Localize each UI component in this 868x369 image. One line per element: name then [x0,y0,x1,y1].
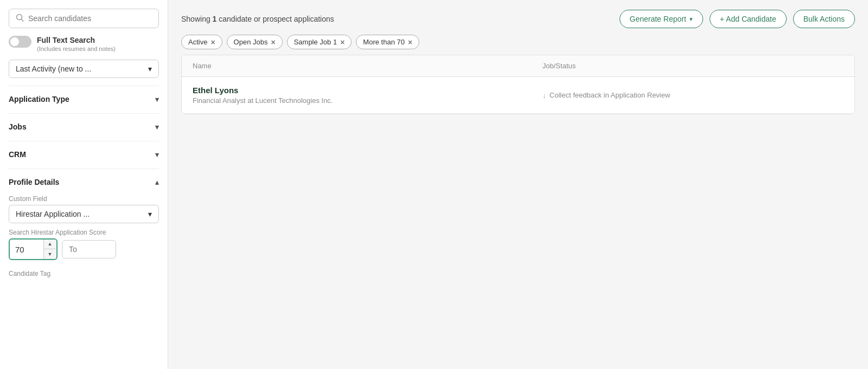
generate-report-label: Generate Report [630,15,686,23]
search-icon [16,14,24,23]
full-text-toggle[interactable] [9,36,31,48]
score-group: Search Hirestar Application Score ▲ ▼ [9,229,159,260]
chip-active-label: Active [188,38,207,46]
main-header: Showing 1 candidate or prospect applicat… [168,0,868,35]
score-from-input[interactable] [10,241,43,258]
jobs-label: Jobs [9,122,27,131]
application-type-section: Application Type ▾ [9,86,159,106]
sidebar: Full Text Search (Includes resumes and n… [0,0,168,369]
candidate-name: Ethel Lyons [193,86,521,95]
candidate-status-cell: ↓ Collect feedback in Application Review [532,77,854,114]
chevron-down-icon: ▾ [148,64,152,73]
generate-report-button[interactable]: Generate Report ▾ [620,10,703,28]
chip-more-than-70: More than 70 × [356,35,419,49]
custom-field-label: Custom Field [9,195,159,203]
table-row[interactable]: Ethel Lyons Financial Analyst at Lucent … [182,77,854,114]
score-from-wrap: ▲ ▼ [9,238,58,260]
crm-chevron: ▾ [155,151,159,159]
col-name-header: Name [182,55,532,77]
add-candidate-label: + Add Candidate [720,15,776,23]
chip-sample-job-label: Sample Job 1 [294,38,337,46]
profile-details-content: Custom Field Hirestar Application ... ▾ … [9,195,159,277]
custom-field-value: Hirestar Application ... [16,210,90,218]
score-spinners: ▲ ▼ [43,239,56,259]
chip-active: Active × [181,35,222,49]
candidate-name-cell: Ethel Lyons Financial Analyst at Lucent … [182,77,532,114]
profile-details-chevron: ▴ [155,178,159,186]
full-text-row: Full Text Search (Includes resumes and n… [9,36,159,52]
jobs-section: Jobs ▾ [9,113,159,133]
search-box[interactable] [9,9,159,28]
profile-details-section: Profile Details ▴ Custom Field Hirestar … [9,169,159,277]
table-area: Name Job/Status Ethel Lyons Financial An… [168,55,868,369]
chip-sample-job: Sample Job 1 × [287,35,352,49]
chip-active-close[interactable]: × [210,38,215,46]
crm-label: CRM [9,150,26,159]
custom-field-group: Custom Field Hirestar Application ... ▾ [9,195,159,223]
chip-open-jobs-close[interactable]: × [271,38,275,46]
chip-sample-job-close[interactable]: × [340,38,344,46]
profile-details-label: Profile Details [9,178,59,186]
score-label: Search Hirestar Application Score [9,229,159,236]
candidate-title: Financial Analyst at Lucent Technologies… [193,96,521,105]
chip-more-than-70-label: More than 70 [363,38,405,46]
full-text-label: Full Text Search [37,36,116,44]
chip-open-jobs: Open Jobs × [227,35,283,49]
application-type-chevron: ▾ [155,95,159,103]
jobs-header[interactable]: Jobs ▾ [9,120,159,133]
crm-section: CRM ▾ [9,141,159,161]
bulk-actions-button[interactable]: Bulk Actions [793,10,855,28]
table-header-row: Name Job/Status [182,55,854,77]
col-status-header: Job/Status [532,55,854,77]
full-text-sublabel: (Includes resumes and notes) [37,46,116,52]
generate-report-chevron: ▾ [690,16,693,23]
chip-more-than-70-close[interactable]: × [408,38,412,46]
candidate-tag-label: Candidate Tag [9,270,159,277]
score-increment-button[interactable]: ▲ [44,239,56,249]
showing-suffix: candidate or prospect applications [216,15,334,23]
toggle-slider [9,36,31,48]
chip-open-jobs-label: Open Jobs [234,38,268,46]
custom-field-chevron: ▾ [148,210,152,218]
full-text-labels: Full Text Search (Includes resumes and n… [37,36,116,52]
search-input[interactable] [28,14,152,23]
score-to-input[interactable] [62,240,116,258]
showing-prefix: Showing [181,15,213,23]
sort-dropdown[interactable]: Last Activity (new to ... ▾ [9,60,159,78]
score-row: ▲ ▼ [9,238,159,260]
jobs-chevron: ▾ [155,123,159,131]
showing-text: Showing 1 candidate or prospect applicat… [181,15,334,23]
custom-field-dropdown[interactable]: Hirestar Application ... ▾ [9,205,159,223]
crm-header[interactable]: CRM ▾ [9,148,159,161]
profile-details-header[interactable]: Profile Details ▴ [9,176,159,189]
application-type-label: Application Type [9,95,69,103]
candidates-table: Name Job/Status Ethel Lyons Financial An… [181,55,855,114]
sort-label: Last Activity (new to ... [16,64,91,73]
arrow-down-icon: ↓ [542,91,546,100]
svg-line-1 [22,20,24,22]
status-text: Collect feedback in Application Review [550,91,671,99]
application-type-header[interactable]: Application Type ▾ [9,93,159,106]
score-decrement-button[interactable]: ▼ [44,249,56,259]
main-content: Showing 1 candidate or prospect applicat… [168,0,868,369]
job-status: ↓ Collect feedback in Application Review [542,91,844,100]
bulk-actions-label: Bulk Actions [803,15,845,23]
header-buttons: Generate Report ▾ + Add Candidate Bulk A… [620,10,855,28]
filter-chips: Active × Open Jobs × Sample Job 1 × More… [168,35,868,55]
add-candidate-button[interactable]: + Add Candidate [710,10,787,28]
